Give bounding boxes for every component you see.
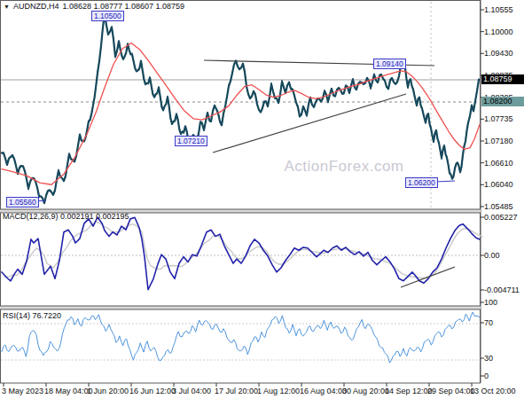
- price-axis[interactable]: [481, 0, 532, 383]
- macd-panel-canvas[interactable]: [0, 213, 481, 306]
- rsi-panel-canvas[interactable]: [0, 309, 481, 383]
- time-axis[interactable]: [0, 383, 532, 399]
- trading-chart-window: ActionForex.com ▼ AUDNZD,H4 1.08628 1.08…: [0, 0, 532, 399]
- price-panel-canvas[interactable]: [0, 0, 481, 209]
